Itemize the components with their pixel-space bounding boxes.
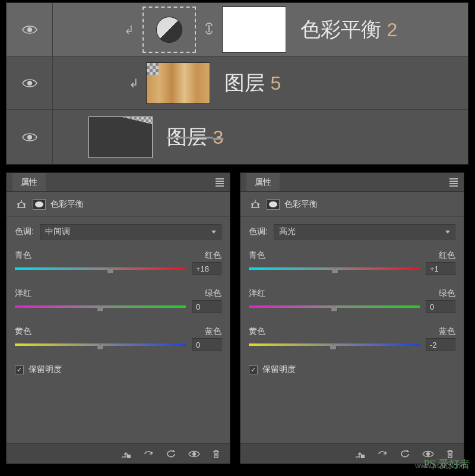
label-cyan: 青色 [249,250,265,261]
slider-track[interactable] [249,342,420,348]
adjustment-thumb-selected[interactable] [142,7,196,53]
layer-name[interactable]: 图层 5 [224,70,281,97]
svg-rect-3 [127,455,131,458]
layer-row-dark[interactable]: 图层 3 [7,110,468,165]
layer-row-colorbalance[interactable]: ↲ 色彩平衡 2 [7,3,468,56]
checkbox-checked[interactable]: ✓ [15,365,24,374]
visibility-toggle[interactable] [7,3,53,56]
eye-icon [22,132,37,143]
eye-icon [22,24,37,35]
slider-track[interactable] [15,304,186,310]
value-input[interactable]: -2 [426,338,455,351]
adjustment-header: 色彩平衡 [240,192,464,217]
view-previous-icon[interactable] [143,450,154,458]
slider-cyan-red: 青色 红色 +18 [15,250,221,275]
slider-track[interactable] [15,266,186,272]
tone-label: 色调: [15,226,34,237]
value-input[interactable]: +1 [426,262,455,275]
layer-name[interactable]: 图层 3 [167,124,223,151]
preserve-luminosity-row[interactable]: ✓ 保留明度 [15,364,221,375]
slider-magenta-green: 洋红 绿色 0 [15,288,221,313]
value-input[interactable]: 0 [426,300,455,313]
colorbalance-icon [156,17,182,43]
slider-yellow-blue: 黄色 蓝色 -2 [249,326,455,351]
mask-icon[interactable] [33,199,46,210]
layer-name[interactable]: 色彩平衡 2 [300,16,397,43]
clip-to-layer-icon[interactable] [354,449,365,459]
label-yellow: 黄色 [15,326,31,337]
tone-dropdown[interactable]: 高光 [274,224,455,239]
clip-arrow-icon: ↲ [129,76,139,90]
layer-row-wood[interactable]: ↲ 图层 5 [7,56,468,110]
panel-body: 色调: 高光 青色 红色 +1 洋红 绿色 [240,217,464,382]
layer-mask-thumb[interactable] [222,7,286,53]
layer-name-text: 图层 [224,71,265,94]
label-red: 红色 [439,250,455,261]
adjustment-title: 色彩平衡 [284,199,318,210]
delete-icon[interactable] [212,449,220,459]
panel-header: 属性 [240,173,464,192]
value-input[interactable]: +18 [192,262,221,275]
mask-icon[interactable] [267,199,280,210]
label-blue: 蓝色 [205,326,221,337]
toggle-visibility-icon[interactable] [188,450,200,458]
gradient-bar [15,267,186,270]
label-blue: 蓝色 [439,326,455,337]
reset-icon[interactable] [166,450,176,458]
svg-point-6 [426,452,430,456]
clip-to-layer-icon[interactable] [121,449,131,459]
properties-panel-midtones: 属性 色彩平衡 色调: 中间调 青色 红色 +18 [6,172,230,464]
checkbox-checked[interactable]: ✓ [249,365,258,374]
slider-track[interactable] [249,304,420,310]
tone-label: 色调: [249,226,268,237]
properties-panel-highlights: 属性 色彩平衡 色调: 高光 青色 红色 +1 [240,172,464,464]
adjustment-title: 色彩平衡 [50,199,84,210]
clip-arrow-icon: ↲ [124,23,134,37]
adjustment-header: 色彩平衡 [7,192,230,217]
panel-body: 色调: 中间调 青色 红色 +18 洋红 绿色 [7,217,230,382]
layers-panel: ↲ 色彩平衡 2 ↲ 图层 5 [6,2,468,165]
tone-dropdown[interactable]: 中间调 [40,224,221,239]
view-previous-icon[interactable] [377,450,388,458]
value-input[interactable]: 0 [192,338,221,351]
label-green: 绿色 [205,288,221,299]
label-yellow: 黄色 [249,326,265,337]
tone-row: 色调: 高光 [249,224,455,239]
svg-point-0 [27,27,32,32]
svg-point-4 [192,452,196,456]
label-red: 红色 [205,250,221,261]
visibility-toggle[interactable] [7,56,53,109]
layer-name-text: 图层 [167,125,207,148]
layer-thumb[interactable] [146,62,210,104]
slider-yellow-blue: 黄色 蓝色 0 [15,326,221,351]
panel-footer [7,443,230,464]
layer-index: 3 [213,127,223,148]
label-magenta: 洋红 [249,288,265,299]
layer-thumb[interactable] [88,116,153,158]
properties-tab[interactable]: 属性 [12,174,46,191]
balance-icon [15,198,28,211]
label-green: 绿色 [439,288,455,299]
svg-point-1 [27,81,32,86]
panel-menu-icon[interactable] [449,177,458,188]
slider-magenta-green: 洋红 绿色 0 [249,288,455,313]
layer-index: 2 [387,19,397,40]
link-icon[interactable] [202,20,216,39]
value-input[interactable]: 0 [192,300,221,313]
preserve-luminosity-row[interactable]: ✓ 保留明度 [249,364,455,375]
slider-track[interactable] [15,342,186,348]
tone-row: 色调: 中间调 [15,224,221,239]
panel-menu-icon[interactable] [216,177,224,188]
preserve-label: 保留明度 [262,364,296,375]
properties-tab[interactable]: 属性 [246,174,280,191]
svg-point-2 [27,135,32,140]
layer-name-text: 色彩平衡 [300,18,381,40]
reset-icon[interactable] [400,450,410,458]
visibility-toggle[interactable] [7,110,53,165]
label-magenta: 洋红 [15,288,31,299]
eye-icon [22,78,37,89]
label-cyan: 青色 [15,250,31,261]
slider-cyan-red: 青色 红色 +1 [249,250,455,275]
slider-track[interactable] [249,266,420,272]
panel-header: 属性 [7,173,230,192]
